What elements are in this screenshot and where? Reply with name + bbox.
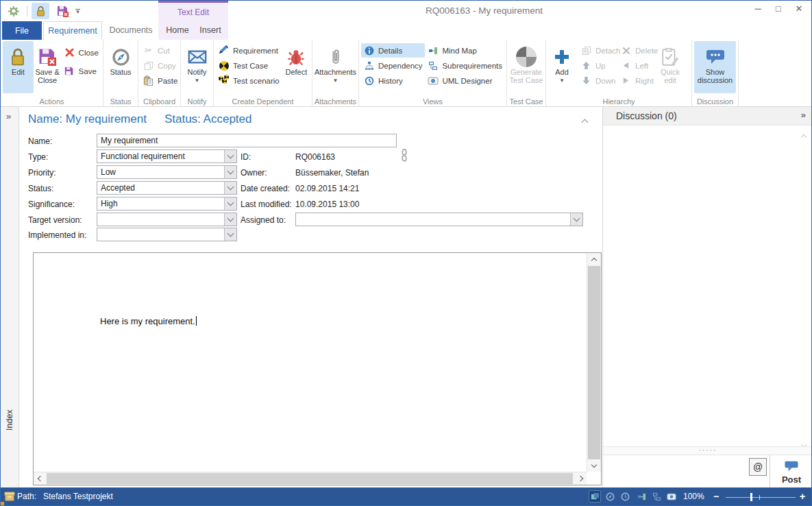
right-button[interactable]: Right bbox=[618, 73, 656, 88]
post-bubble-icon bbox=[784, 460, 799, 472]
dropdown-arrow-icon[interactable] bbox=[224, 197, 236, 210]
quick-access-toolbar: ▾ bbox=[5, 3, 80, 19]
close-button[interactable]: Close bbox=[62, 45, 101, 60]
view-subrequirements-button[interactable]: Subrequirements bbox=[425, 58, 504, 73]
discussion-input-area[interactable]: @ Post bbox=[603, 455, 812, 489]
scroll-down-button[interactable] bbox=[587, 459, 600, 472]
type-select[interactable]: Functional requirement bbox=[97, 149, 237, 163]
dropdown-arrow-icon[interactable] bbox=[224, 228, 236, 241]
test-case-icon bbox=[218, 60, 230, 71]
create-test-scenario-button[interactable]: Test scenario bbox=[216, 73, 282, 88]
detach-button[interactable]: Detach bbox=[578, 43, 618, 58]
dropdown-arrow-icon[interactable] bbox=[224, 182, 236, 194]
create-test-case-button[interactable]: Test Case bbox=[216, 58, 282, 73]
zoom-out-button[interactable]: − bbox=[713, 491, 719, 502]
dropdown-arrow-icon[interactable] bbox=[224, 213, 236, 226]
zoom-slider-track[interactable] bbox=[726, 497, 796, 498]
tab-requirement[interactable]: Requirement bbox=[43, 21, 102, 40]
id-value: RQ006163 bbox=[295, 152, 335, 162]
tab-insert[interactable]: Insert bbox=[195, 21, 225, 39]
qat-lock-button[interactable] bbox=[32, 3, 49, 19]
tab-file[interactable]: File bbox=[2, 21, 42, 40]
group-label-discussion: Discussion bbox=[692, 97, 738, 106]
statusbar-dependency-view-icon[interactable] bbox=[604, 490, 616, 503]
statusbar-mind-map-view-icon[interactable] bbox=[635, 490, 648, 503]
view-details-button[interactable]: Details bbox=[361, 43, 425, 58]
statusbar-uml-designer-view-icon[interactable] bbox=[665, 490, 678, 503]
mention-button[interactable]: @ bbox=[749, 458, 767, 476]
view-uml-designer-button[interactable]: UML Designer bbox=[425, 73, 504, 88]
qat-save-close-button[interactable] bbox=[53, 3, 71, 19]
generate-test-case-button[interactable]: Generate Test Case bbox=[509, 41, 543, 93]
group-label-create-dependent: Create Dependent bbox=[214, 97, 312, 106]
create-requirement-button[interactable]: Requirement bbox=[216, 43, 282, 58]
sidebar-index-label[interactable]: Index bbox=[5, 409, 14, 431]
statusbar-history-view-icon[interactable] bbox=[619, 490, 631, 503]
status-select[interactable]: Accepted bbox=[97, 181, 237, 195]
discussion-scroll-up-chevron[interactable] bbox=[802, 130, 806, 142]
minimize-button[interactable]: ─ bbox=[751, 3, 765, 14]
vertical-scroll-thumb[interactable] bbox=[588, 266, 600, 459]
dropdown-arrow-icon[interactable] bbox=[224, 166, 236, 178]
history-clock-icon bbox=[363, 75, 375, 86]
text-cursor bbox=[196, 316, 197, 326]
save-and-close-button[interactable]: Save & Close bbox=[34, 41, 62, 93]
edit-button[interactable]: Edit bbox=[3, 41, 34, 93]
left-button[interactable]: Left bbox=[618, 58, 656, 73]
cut-button[interactable]: ✂ Cut bbox=[140, 43, 180, 58]
status-button[interactable]: Status bbox=[106, 41, 136, 93]
add-button[interactable]: Add ▾ bbox=[548, 41, 576, 93]
editor-horizontal-scrollbar[interactable] bbox=[34, 472, 587, 485]
notify-button[interactable]: Notify ▾ bbox=[183, 41, 211, 93]
target-version-select[interactable] bbox=[97, 213, 237, 226]
collapse-form-chevron[interactable] bbox=[582, 115, 587, 128]
chain-link-icon[interactable] bbox=[401, 149, 408, 162]
assigned-to-select[interactable] bbox=[295, 213, 583, 226]
close-button[interactable]: ✕ bbox=[792, 3, 806, 14]
qat-overflow-button[interactable]: ▾ bbox=[75, 9, 80, 14]
editor-text: Here is my requirement. bbox=[100, 316, 197, 326]
paste-button[interactable]: Paste bbox=[140, 73, 180, 88]
discussion-bubble-icon bbox=[705, 46, 726, 68]
implemented-in-label: Implemented in: bbox=[28, 230, 86, 240]
maximize-button[interactable]: □ bbox=[772, 3, 785, 14]
view-mind-map-button[interactable]: Mind Map bbox=[425, 43, 504, 58]
dropdown-arrow-icon[interactable] bbox=[224, 150, 236, 162]
editor-vertical-scrollbar[interactable] bbox=[587, 253, 601, 472]
post-label: Post bbox=[782, 474, 801, 485]
tab-documents[interactable]: Documents bbox=[103, 21, 158, 39]
view-dependency-button[interactable]: Dependency bbox=[361, 58, 425, 73]
requirement-text-editor[interactable]: Here is my requirement. bbox=[33, 252, 602, 485]
zoom-slider-thumb[interactable] bbox=[750, 493, 752, 501]
scroll-up-button[interactable] bbox=[587, 253, 600, 265]
create-defect-button[interactable]: Defect bbox=[283, 41, 310, 93]
dependency-icon bbox=[363, 60, 375, 71]
scroll-left-button[interactable] bbox=[34, 472, 47, 485]
quick-edit-button[interactable]: Quick edit bbox=[656, 41, 685, 93]
post-button[interactable]: Post bbox=[770, 455, 812, 489]
discussion-expand-chevron[interactable]: » bbox=[801, 110, 806, 120]
statusbar-subrequirements-view-icon[interactable] bbox=[650, 490, 663, 503]
scroll-right-button[interactable] bbox=[574, 472, 587, 485]
discussion-splitter[interactable]: ····· bbox=[603, 446, 812, 455]
sidebar-expand-chevron[interactable]: » bbox=[6, 111, 11, 121]
tab-home[interactable]: Home bbox=[164, 21, 191, 39]
name-input[interactable] bbox=[97, 134, 397, 147]
app-gear-icon[interactable] bbox=[5, 3, 23, 19]
horizontal-scroll-thumb[interactable] bbox=[47, 473, 573, 484]
copy-button[interactable]: Copy bbox=[140, 58, 180, 73]
significance-select[interactable]: High bbox=[97, 197, 237, 210]
priority-select[interactable]: Low bbox=[97, 165, 237, 179]
view-history-button[interactable]: History bbox=[361, 73, 425, 88]
attachments-button[interactable]: Attachments ▾ bbox=[315, 41, 356, 93]
show-discussion-button[interactable]: Show discussion bbox=[694, 41, 736, 93]
delete-button[interactable]: Delete bbox=[618, 43, 656, 58]
zoom-in-button[interactable]: + bbox=[800, 491, 805, 502]
dropdown-arrow-icon[interactable] bbox=[570, 213, 582, 226]
down-button[interactable]: Down bbox=[578, 73, 618, 88]
save-button[interactable]: Save bbox=[62, 64, 101, 78]
statusbar-details-view-icon[interactable] bbox=[589, 490, 601, 503]
implemented-in-select[interactable] bbox=[97, 228, 237, 241]
up-button[interactable]: Up bbox=[578, 58, 618, 73]
last-modified-value: 10.09.2015 13:00 bbox=[295, 200, 359, 209]
